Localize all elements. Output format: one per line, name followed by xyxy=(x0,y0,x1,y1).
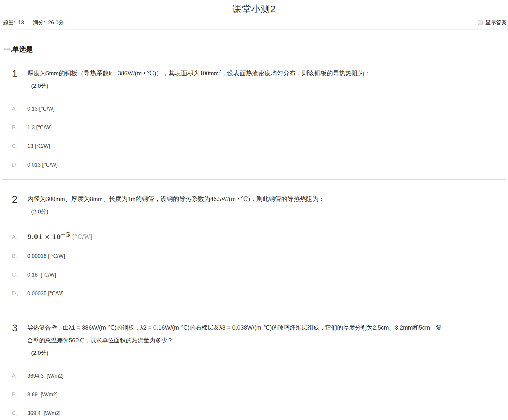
math-unit: [°C/W] xyxy=(70,233,93,240)
option-letter: B、 xyxy=(2,391,27,398)
option-text: 9.01 × 10−5 [°C/W] xyxy=(27,231,92,241)
question-number: 2 xyxy=(2,193,27,206)
section-title: 一.单选题 xyxy=(4,45,508,54)
show-answers-checkbox[interactable] xyxy=(478,20,483,25)
show-answers-label[interactable]: 显示答案 xyxy=(485,19,507,26)
question-3: 3 导热复合壁，由λ1 = 386W/(m·℃)的铜板，λ2 = 0.16W/(… xyxy=(2,308,506,420)
math-exponent: −5 xyxy=(61,231,70,238)
option-b[interactable]: B、 3.69 [W/m2] xyxy=(2,391,506,398)
question-2: 2 内径为300mm、厚度为8mm、长度为1m的钢管，设钢的导热系数为46.5W… xyxy=(2,180,506,308)
option-text: 0.00018 [ ℃/W] xyxy=(27,253,65,260)
question-text-part1: 内径为300mm、厚度为8mm、长度为1m的钢管，设钢的导热系数为46.5W/(… xyxy=(27,195,325,202)
option-letter: D、 xyxy=(2,161,27,168)
option-a[interactable]: A、 3694.3 [W/m2] xyxy=(2,372,506,379)
question-number: 3 xyxy=(2,321,27,334)
option-letter: C、 xyxy=(2,143,27,149)
option-b[interactable]: B、 1.3 [℃/W] xyxy=(2,124,506,131)
option-text: 13 [℃/W] xyxy=(27,143,50,150)
question-score: (2.0分) xyxy=(27,80,370,92)
option-text: 3694.3 [W/m2] xyxy=(27,373,63,379)
question-score: (2.0分) xyxy=(27,205,325,218)
option-text: 3.69 [W/m2] xyxy=(27,391,58,398)
superscript: 2 xyxy=(219,69,221,74)
question-text: 内径为300mm、厚度为8mm、长度为1m的钢管，设钢的导热系数为46.5W/(… xyxy=(27,193,325,205)
option-d[interactable]: D、 0.013 [℃/W] xyxy=(2,161,506,168)
question-text: 导热复合壁，由λ1 = 386W/(m·℃)的铜板，λ2 = 0.16W/(m·… xyxy=(27,321,448,347)
question-text-part1: 导热复合壁，由λ1 = 386W/(m·℃)的铜板，λ2 = 0.16W/(m·… xyxy=(27,324,442,344)
option-letter: C、 xyxy=(2,410,27,416)
option-text: 1.3 [℃/W] xyxy=(27,124,52,131)
option-letter: B、 xyxy=(2,124,27,131)
quiz-meta-stats: 题量: 13 满分: 26.0分 xyxy=(3,19,64,26)
question-count: 题量: 13 xyxy=(3,19,24,26)
option-d[interactable]: D、 0.00035 [℃/W] xyxy=(2,290,506,297)
option-text: 0.13 [℃/W] xyxy=(27,106,55,112)
option-letter: A、 xyxy=(2,105,27,112)
option-c[interactable]: C、 0.18 [℃/W] xyxy=(2,271,506,278)
question-1: 1 厚度为5mm的铜板（导热系数k＝386W/(m • ℃)），其表面积为100… xyxy=(2,54,506,180)
show-answers-toggle[interactable]: 显示答案 xyxy=(478,19,507,26)
option-letter: A、 xyxy=(2,234,27,240)
option-text: 369.4 [W/m2] xyxy=(27,410,60,417)
option-text: 0.013 [℃/W] xyxy=(27,162,58,168)
option-c[interactable]: C、 369.4 [W/m2] xyxy=(2,410,506,417)
question-text: 厚度为5mm的铜板（导热系数k＝386W/(m • ℃)），其表面积为100mm… xyxy=(27,67,370,80)
question-text-part1: 厚度为5mm的铜板（导热系数k＝386W/(m • ℃)），其表面积为100mm xyxy=(27,70,219,77)
options-list: A、 9.01 × 10−5 [°C/W] B、 0.00018 [ ℃/W] … xyxy=(2,231,506,297)
question-number: 1 xyxy=(2,67,27,80)
option-a[interactable]: A、 9.01 × 10−5 [°C/W] xyxy=(2,231,506,241)
options-list: A、 0.13 [℃/W] B、 1.3 [℃/W] C、 13 [℃/W] D… xyxy=(2,105,506,168)
option-letter: B、 xyxy=(2,253,27,259)
quiz-meta-bar: 题量: 13 满分: 26.0分 显示答案 xyxy=(0,15,508,29)
option-b[interactable]: B、 0.00018 [ ℃/W] xyxy=(2,253,506,260)
option-a[interactable]: A、 0.13 [℃/W] xyxy=(2,105,506,112)
option-letter: C、 xyxy=(2,271,27,278)
page-title: 课堂小测2 xyxy=(0,0,508,15)
question-score: (2.0分) xyxy=(27,347,448,359)
option-text: 0.00035 [℃/W] xyxy=(27,290,63,297)
option-c[interactable]: C、 13 [℃/W] xyxy=(2,143,506,150)
option-letter: A、 xyxy=(2,372,27,379)
math-base: 9.01 × 10 xyxy=(27,233,61,240)
question-text-part2: ，设表面热流密度均匀分布，则该铜板的导热热阻为： xyxy=(221,70,370,77)
option-letter: D、 xyxy=(2,290,27,297)
option-text: 0.18 [℃/W] xyxy=(27,272,56,278)
options-list: A、 3694.3 [W/m2] B、 3.69 [W/m2] C、 369.4… xyxy=(2,372,506,420)
full-score: 满分: 26.0分 xyxy=(33,19,64,26)
